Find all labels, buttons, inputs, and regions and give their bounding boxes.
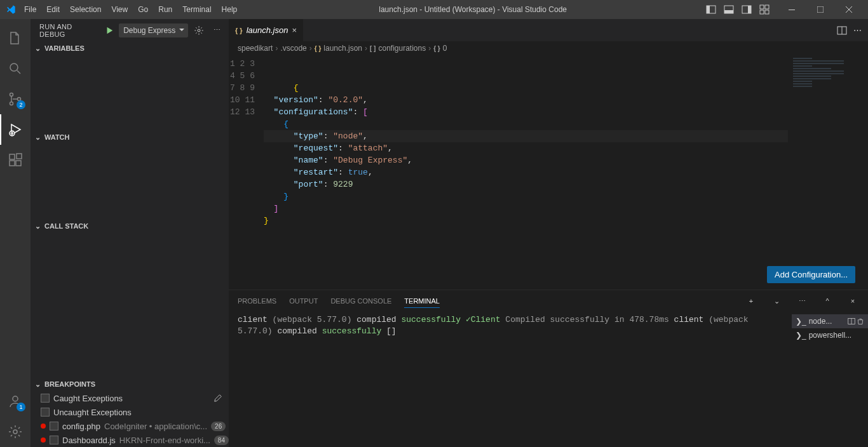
terminal-split-chevron-icon[interactable]: ⌄: [770, 297, 783, 305]
svg-rect-17: [10, 154, 15, 159]
minimap[interactable]: [793, 57, 857, 133]
svg-point-12: [10, 63, 18, 71]
minimize-button[interactable]: [777, 0, 806, 19]
editor-area: { } launch.json × ⋯ speedikart› .vscode›…: [229, 19, 868, 447]
debug-sidebar: RUN AND DEBUG Debug Express ⋯ ⌄VARIABLES…: [31, 19, 229, 447]
breadcrumb-item[interactable]: 0: [443, 44, 447, 53]
breakpoint-label: Uncaught Exceptions: [53, 408, 132, 417]
breadcrumb-item[interactable]: configurations: [378, 44, 426, 53]
customize-layout-icon[interactable]: [757, 2, 772, 17]
window-title: launch.json - Untitled (Workspace) - Vis…: [242, 5, 703, 14]
start-debug-button[interactable]: [104, 25, 115, 36]
svg-point-13: [10, 93, 13, 97]
checkbox[interactable]: [41, 394, 50, 403]
breadcrumb-item[interactable]: launch.json: [323, 44, 362, 53]
activity-bar: 2 1: [0, 19, 31, 447]
menu-file[interactable]: File: [19, 5, 41, 14]
breakpoint-file[interactable]: config.php CodeIgniter • application\c..…: [31, 419, 229, 433]
activity-explorer-icon[interactable]: [0, 23, 31, 53]
add-configuration-button[interactable]: Add Configuration...: [767, 266, 855, 283]
close-tab-icon[interactable]: ×: [292, 25, 297, 35]
section-breakpoints[interactable]: ⌄BREAKPOINTS: [31, 377, 229, 391]
kill-terminal-icon[interactable]: [857, 317, 864, 325]
tab-launch-json[interactable]: { } launch.json ×: [229, 19, 304, 41]
breadcrumb-item[interactable]: speedikart: [238, 44, 273, 53]
svg-rect-19: [16, 161, 21, 166]
breakpoint-file-path: HKRN-Front-end-worki...: [119, 436, 210, 445]
maximize-button[interactable]: [806, 0, 834, 19]
panel-tab-output[interactable]: OUTPUT: [289, 295, 318, 307]
breakpoint-file-name: Dashboardd.js: [62, 436, 116, 445]
activity-search-icon[interactable]: [0, 53, 31, 84]
breakpoint-uncaught[interactable]: Uncaught Exceptions: [31, 405, 229, 419]
new-terminal-icon[interactable]: +: [745, 297, 757, 305]
editor-more-icon[interactable]: ⋯: [853, 25, 862, 35]
svg-rect-9: [765, 10, 769, 14]
breakpoint-file[interactable]: Dashboardd.js HKRN-Front-end-worki... 84: [31, 433, 229, 447]
svg-rect-3: [724, 10, 733, 13]
activity-accounts-icon[interactable]: 1: [0, 386, 31, 417]
terminal-output[interactable]: client (webpack 5.77.0) compiled success…: [229, 312, 792, 447]
breadcrumb-item[interactable]: .vscode: [280, 44, 306, 53]
panel-tab-terminal[interactable]: TERMINAL: [404, 295, 440, 308]
breakpoint-file-path: CodeIgniter • application\c...: [104, 422, 207, 431]
maximize-panel-icon[interactable]: ^: [821, 297, 834, 305]
breakpoint-line-badge: 84: [214, 436, 229, 445]
svg-point-14: [10, 102, 13, 105]
menu-selection[interactable]: Selection: [65, 5, 106, 14]
chevron-down-icon: ⌄: [33, 44, 42, 53]
titlebar: File Edit Selection View Go Run Terminal…: [0, 0, 868, 19]
terminal-list: ❯_ node... ❯_ powershell...: [792, 312, 868, 447]
json-file-icon: { }: [315, 45, 322, 52]
close-button[interactable]: [834, 0, 863, 19]
panel-tab-debug-console[interactable]: DEBUG CONSOLE: [330, 295, 391, 307]
section-callstack-label: CALL STACK: [44, 222, 88, 230]
code-body[interactable]: { "version": "0.2.0", "configurations": …: [264, 55, 868, 290]
svg-rect-11: [817, 6, 824, 13]
split-editor-icon[interactable]: [837, 25, 847, 36]
toggle-sidebar-right-icon[interactable]: [739, 2, 754, 17]
toggle-panel-icon[interactable]: [721, 2, 736, 17]
sidebar-title: RUN AND DEBUG: [39, 23, 100, 38]
menu-help[interactable]: Help: [217, 5, 243, 14]
tab-label: launch.json: [247, 25, 288, 35]
split-terminal-icon[interactable]: [848, 317, 855, 325]
window-buttons: [777, 0, 863, 19]
section-callstack[interactable]: ⌄CALL STACK: [31, 219, 229, 233]
array-icon: [ ]: [370, 45, 376, 52]
toggle-sidebar-left-icon[interactable]: [703, 2, 719, 17]
line-gutter: 1 2 3 4 5 6 7 8 9 10 11 12 13: [229, 55, 264, 290]
menu-go[interactable]: Go: [133, 5, 153, 14]
svg-point-22: [13, 430, 17, 434]
svg-rect-10: [789, 10, 795, 10]
activity-scm-icon[interactable]: 2: [0, 84, 31, 114]
terminal-item-node[interactable]: ❯_ node...: [792, 314, 868, 328]
breadcrumb[interactable]: speedikart› .vscode› { } launch.json› [ …: [229, 41, 868, 55]
close-panel-icon[interactable]: ×: [846, 297, 859, 305]
debug-config-select[interactable]: Debug Express: [119, 23, 188, 37]
menu-view[interactable]: View: [106, 5, 133, 14]
open-launch-config-icon[interactable]: [192, 23, 206, 37]
vscode-logo-icon: [5, 4, 17, 15]
edit-icon[interactable]: [214, 394, 222, 403]
activity-settings-icon[interactable]: [0, 417, 31, 447]
checkbox[interactable]: [50, 436, 58, 444]
checkbox[interactable]: [50, 422, 58, 430]
svg-rect-6: [760, 5, 764, 9]
panel: PROBLEMS OUTPUT DEBUG CONSOLE TERMINAL +…: [229, 290, 868, 447]
panel-more-icon[interactable]: ⋯: [796, 297, 808, 305]
section-watch[interactable]: ⌄WATCH: [31, 130, 229, 144]
panel-tab-problems[interactable]: PROBLEMS: [238, 295, 276, 307]
menu-terminal[interactable]: Terminal: [177, 5, 216, 14]
menu-edit[interactable]: Edit: [41, 5, 65, 14]
checkbox[interactable]: [41, 408, 50, 417]
section-variables[interactable]: ⌄VARIABLES: [31, 41, 229, 55]
svg-rect-18: [10, 161, 15, 166]
breakpoint-caught[interactable]: Caught Exceptions: [31, 391, 229, 405]
menu-run[interactable]: Run: [153, 5, 177, 14]
debug-more-icon[interactable]: ⋯: [210, 23, 224, 37]
activity-debug-icon[interactable]: [0, 114, 31, 145]
terminal-item-powershell[interactable]: ❯_ powershell...: [792, 328, 868, 342]
activity-extensions-icon[interactable]: [0, 145, 31, 175]
code-editor[interactable]: 1 2 3 4 5 6 7 8 9 10 11 12 13 { "version…: [229, 55, 868, 290]
